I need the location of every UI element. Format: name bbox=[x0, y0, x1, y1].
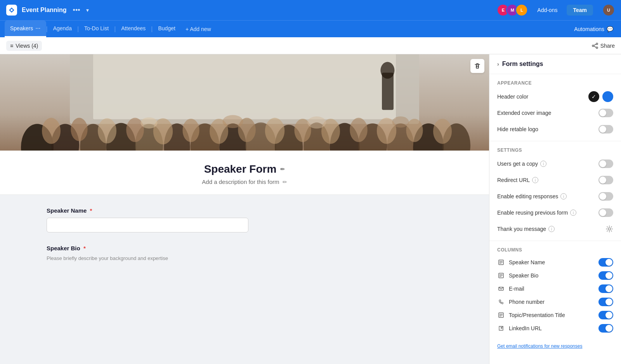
col-toggle-topic[interactable] bbox=[598, 311, 613, 319]
enable-editing-label: Enable editing responses i bbox=[497, 193, 567, 199]
automations-label: Automations bbox=[574, 26, 604, 32]
column-row-phone: Phone number bbox=[497, 298, 613, 306]
app-logo bbox=[6, 5, 17, 16]
users-copy-label: Users get a copy i bbox=[497, 161, 546, 167]
header-color-label: Header color bbox=[497, 94, 528, 100]
column-row-topic: Topic/Presentation Title bbox=[497, 311, 613, 319]
col-icon-speaker-bio bbox=[497, 272, 505, 279]
tab-todolist-label: To-Do List bbox=[84, 25, 109, 31]
share-icon bbox=[592, 43, 598, 49]
hide-logo-label: Hide retable logo bbox=[497, 126, 538, 132]
tab-budget-label: Budget bbox=[158, 25, 175, 31]
users-copy-info[interactable]: i bbox=[540, 161, 546, 167]
col-toggle-phone[interactable] bbox=[598, 298, 613, 306]
delete-image-button[interactable] bbox=[470, 59, 484, 73]
tab-speakers[interactable]: Speakers ··· bbox=[5, 21, 46, 37]
appearance-title: Appearance bbox=[497, 80, 613, 86]
hide-logo-row: Hide retable logo bbox=[497, 124, 613, 135]
add-new-button[interactable]: + Add new bbox=[181, 21, 216, 37]
svg-line-5 bbox=[594, 46, 596, 47]
tab-attendees[interactable]: Attendees bbox=[116, 21, 151, 37]
team-button[interactable]: Team bbox=[567, 5, 593, 16]
panel-chevron-icon[interactable]: › bbox=[497, 61, 499, 67]
panel-header: › Form settings bbox=[489, 54, 621, 74]
required-star-name: * bbox=[90, 207, 92, 214]
enable-reusing-toggle[interactable] bbox=[598, 208, 613, 217]
enable-editing-row: Enable editing responses i bbox=[497, 191, 613, 202]
column-row-speaker-bio: Speaker Bio bbox=[497, 271, 613, 280]
field-group-speaker-name: Speaker Name * bbox=[47, 207, 442, 232]
app-chevron[interactable]: ▾ bbox=[86, 7, 89, 13]
form-description-row: Add a description for this form ✏ bbox=[6, 179, 483, 185]
svg-point-41 bbox=[380, 62, 394, 79]
edit-title-icon[interactable]: ✏ bbox=[280, 166, 285, 172]
hide-logo-toggle[interactable] bbox=[598, 125, 613, 133]
users-copy-row: Users get a copy i bbox=[497, 158, 613, 169]
columns-section: Columns Speaker Name Speaker Bio bbox=[489, 241, 621, 339]
col-name-email: E-mail bbox=[509, 286, 595, 292]
tab-bar: Speakers ··· | Agenda | To-Do List | Att… bbox=[0, 20, 621, 37]
speaker-name-input[interactable] bbox=[47, 218, 248, 232]
avatar-3[interactable]: L bbox=[515, 4, 528, 16]
svg-point-36 bbox=[350, 118, 368, 142]
form-fields: Speaker Name * Speaker Bio * Please brie… bbox=[0, 195, 489, 286]
app-title: Event Planning bbox=[22, 7, 67, 14]
color-check: ✓ bbox=[592, 94, 596, 100]
svg-point-0 bbox=[10, 9, 12, 11]
col-icon-email bbox=[497, 285, 505, 293]
user-avatar[interactable]: U bbox=[602, 4, 615, 16]
crowd-background bbox=[0, 54, 489, 151]
enable-editing-toggle[interactable] bbox=[598, 192, 613, 201]
share-button[interactable]: Share bbox=[592, 43, 615, 49]
color-black[interactable]: ✓ bbox=[588, 91, 599, 102]
users-copy-toggle[interactable] bbox=[598, 159, 613, 168]
tab-agenda[interactable]: Agenda bbox=[48, 21, 77, 37]
app-menu-dots[interactable]: ••• bbox=[71, 5, 82, 16]
automations-button[interactable]: Automations 💬 bbox=[571, 21, 616, 37]
form-header-image bbox=[0, 54, 489, 151]
columns-title: Columns bbox=[497, 247, 613, 253]
col-toggle-speaker-bio[interactable] bbox=[598, 271, 613, 280]
redirect-url-label: Redirect URL i bbox=[497, 177, 538, 183]
col-name-speaker-name: Speaker Name bbox=[509, 259, 595, 265]
extended-cover-label: Extended cover image bbox=[497, 110, 551, 116]
edit-description-icon[interactable]: ✏ bbox=[283, 179, 287, 185]
svg-point-33 bbox=[265, 118, 284, 144]
email-notifications-link[interactable]: Get email notifications for new response… bbox=[489, 339, 621, 354]
color-blue[interactable] bbox=[602, 91, 613, 102]
svg-point-3 bbox=[596, 47, 598, 49]
enable-reusing-info[interactable]: i bbox=[570, 210, 576, 216]
share-label: Share bbox=[600, 43, 615, 49]
col-toggle-linkedin[interactable] bbox=[598, 324, 613, 333]
col-icon-phone bbox=[497, 298, 505, 306]
settings-section: Settings Users get a copy i Redirect URL… bbox=[489, 141, 621, 241]
tab-todolist[interactable]: To-Do List bbox=[79, 21, 114, 37]
field-label-speaker-name: Speaker Name * bbox=[47, 207, 442, 214]
form-description-text: Add a description for this form bbox=[202, 179, 279, 185]
views-button[interactable]: ≡ Views (4) bbox=[6, 41, 42, 51]
tab-speakers-more[interactable]: ··· bbox=[35, 25, 40, 32]
field-group-speaker-bio: Speaker Bio * Please briefly describe yo… bbox=[47, 245, 442, 261]
col-toggle-speaker-name[interactable] bbox=[598, 258, 613, 267]
col-icon-linkedin bbox=[497, 324, 505, 332]
settings-title: Settings bbox=[497, 147, 613, 153]
thank-you-info[interactable]: i bbox=[548, 226, 555, 232]
thank-you-gear[interactable] bbox=[605, 225, 613, 233]
form-title-row: Speaker Form ✏ bbox=[6, 163, 483, 175]
svg-point-26 bbox=[71, 118, 87, 141]
header-color-row: Header color ✓ bbox=[497, 91, 613, 102]
main-layout: Speaker Form ✏ Add a description for thi… bbox=[0, 54, 621, 364]
add-new-label: + Add new bbox=[186, 26, 211, 32]
appearance-section: Appearance Header color ✓ Extended cover… bbox=[489, 74, 621, 141]
extended-cover-toggle[interactable] bbox=[598, 109, 613, 117]
redirect-url-toggle[interactable] bbox=[598, 176, 613, 184]
enable-editing-info[interactable]: i bbox=[560, 193, 567, 199]
addons-button[interactable]: Add-ons bbox=[537, 7, 557, 13]
column-row-speaker-name: Speaker Name bbox=[497, 258, 613, 267]
redirect-url-info[interactable]: i bbox=[532, 177, 538, 183]
enable-reusing-label: Enable reusing previous form i bbox=[497, 210, 576, 216]
col-toggle-email[interactable] bbox=[598, 284, 613, 293]
tab-budget[interactable]: Budget bbox=[153, 21, 181, 37]
trash-icon bbox=[474, 62, 481, 69]
svg-point-25 bbox=[42, 118, 61, 144]
